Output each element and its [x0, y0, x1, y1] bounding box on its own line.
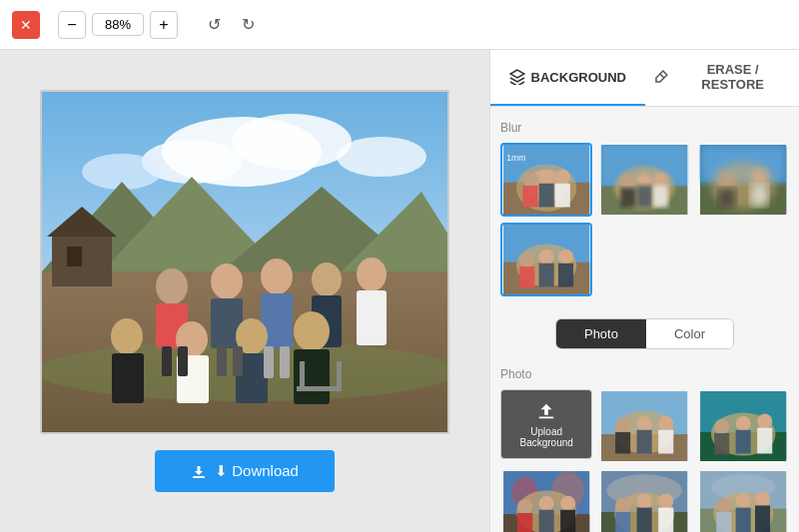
close-button[interactable]: ✕	[12, 11, 40, 39]
svg-rect-56	[555, 184, 570, 208]
svg-rect-111	[539, 510, 554, 532]
blur-thumb-3[interactable]	[697, 143, 789, 217]
plus-icon: +	[159, 16, 168, 34]
svg-rect-81	[539, 264, 554, 287]
svg-rect-79	[519, 266, 534, 288]
svg-point-122	[658, 494, 673, 509]
svg-rect-129	[716, 512, 731, 532]
toolbar: ✕ − + ↺ ↻	[0, 0, 799, 50]
svg-point-132	[755, 491, 770, 506]
svg-point-82	[558, 250, 573, 265]
download-button[interactable]: ⬇ Download	[155, 450, 335, 492]
svg-rect-102	[757, 428, 772, 454]
svg-point-80	[539, 250, 554, 265]
svg-point-101	[757, 414, 772, 429]
svg-point-120	[637, 494, 652, 509]
svg-point-53	[539, 170, 554, 185]
svg-text:1mm: 1mm	[506, 153, 525, 163]
redo-icon: ↻	[242, 15, 255, 34]
redo-button[interactable]: ↻	[234, 11, 262, 39]
layers-icon	[509, 69, 525, 85]
svg-rect-84	[539, 417, 554, 419]
eraser-icon	[653, 69, 669, 85]
svg-point-61	[621, 175, 636, 190]
photo-thumbnails: Upload Background	[500, 389, 789, 532]
svg-rect-40	[280, 346, 290, 378]
svg-rect-121	[637, 508, 652, 532]
svg-rect-133	[755, 505, 770, 532]
svg-rect-109	[517, 513, 532, 532]
svg-point-71	[718, 172, 735, 189]
svg-rect-91	[637, 430, 652, 454]
svg-point-97	[714, 419, 729, 434]
svg-rect-26	[357, 290, 387, 345]
main-content: ⬇ Download BACKGROUND ERASE / RESTORE	[0, 50, 799, 532]
photo-thumb-5[interactable]	[697, 469, 789, 532]
svg-point-118	[615, 498, 630, 513]
photo-thumb-4[interactable]	[598, 469, 690, 532]
svg-rect-54	[539, 184, 554, 208]
svg-point-23	[312, 263, 342, 296]
svg-rect-36	[178, 346, 188, 376]
svg-rect-39	[264, 346, 274, 378]
photo-toggle-button[interactable]: Photo	[556, 319, 646, 348]
svg-rect-52	[522, 186, 537, 208]
svg-point-110	[539, 496, 554, 511]
svg-rect-35	[162, 346, 172, 376]
svg-point-17	[156, 268, 188, 304]
svg-rect-83	[558, 264, 573, 287]
svg-rect-93	[658, 430, 673, 454]
svg-point-90	[637, 416, 652, 431]
upload-background-label: Upload Background	[505, 426, 587, 448]
svg-rect-16	[67, 247, 82, 266]
zoom-in-button[interactable]: +	[150, 11, 178, 39]
upload-icon	[534, 400, 558, 422]
svg-point-108	[517, 499, 532, 514]
svg-rect-72	[718, 188, 735, 207]
svg-rect-43	[337, 361, 342, 391]
svg-point-65	[653, 173, 668, 188]
zoom-out-button[interactable]: −	[58, 11, 86, 39]
svg-point-55	[555, 170, 570, 185]
svg-point-128	[716, 498, 731, 513]
undo-redo-controls: ↺ ↻	[200, 11, 262, 39]
svg-point-21	[261, 259, 293, 294]
color-toggle-button[interactable]: Color	[646, 319, 733, 348]
svg-point-88	[615, 418, 630, 433]
svg-point-63	[637, 173, 652, 188]
photo-thumb-2[interactable]	[697, 389, 789, 463]
undo-button[interactable]: ↺	[200, 11, 228, 39]
svg-rect-64	[637, 186, 652, 208]
blur-thumb-1[interactable]: 1mm	[500, 143, 592, 217]
svg-point-78	[519, 253, 534, 267]
blur-thumbnails: 1mm	[500, 143, 789, 296]
svg-point-25	[357, 258, 387, 291]
svg-point-33	[294, 311, 330, 351]
panel-content: Blur 1mm	[490, 107, 799, 532]
svg-rect-37	[217, 346, 227, 376]
blur-thumb-2[interactable]	[598, 143, 690, 217]
right-panel: BACKGROUND ERASE / RESTORE Blur	[489, 50, 799, 532]
minus-icon: −	[67, 16, 76, 34]
svg-rect-123	[658, 508, 673, 532]
tab-erase-restore[interactable]: ERASE / RESTORE	[645, 50, 800, 106]
svg-rect-34	[294, 349, 330, 404]
svg-point-99	[735, 416, 750, 431]
svg-rect-74	[750, 185, 767, 207]
zoom-input[interactable]	[92, 13, 144, 36]
svg-rect-98	[714, 433, 729, 455]
image-container	[40, 90, 449, 434]
svg-rect-113	[560, 510, 575, 532]
svg-point-92	[658, 416, 673, 431]
upload-background-button[interactable]: Upload Background	[500, 389, 592, 459]
blur-thumb-4[interactable]	[500, 223, 592, 296]
undo-icon: ↺	[208, 15, 221, 34]
tab-background[interactable]: BACKGROUND	[490, 50, 645, 106]
blur-section-label: Blur	[500, 121, 789, 135]
svg-point-3	[232, 114, 352, 170]
close-icon: ✕	[20, 17, 32, 33]
photo-section-label: Photo	[500, 367, 789, 381]
photo-thumb-1[interactable]	[598, 389, 690, 463]
photo-thumb-3[interactable]	[500, 469, 592, 532]
svg-point-6	[337, 137, 426, 177]
